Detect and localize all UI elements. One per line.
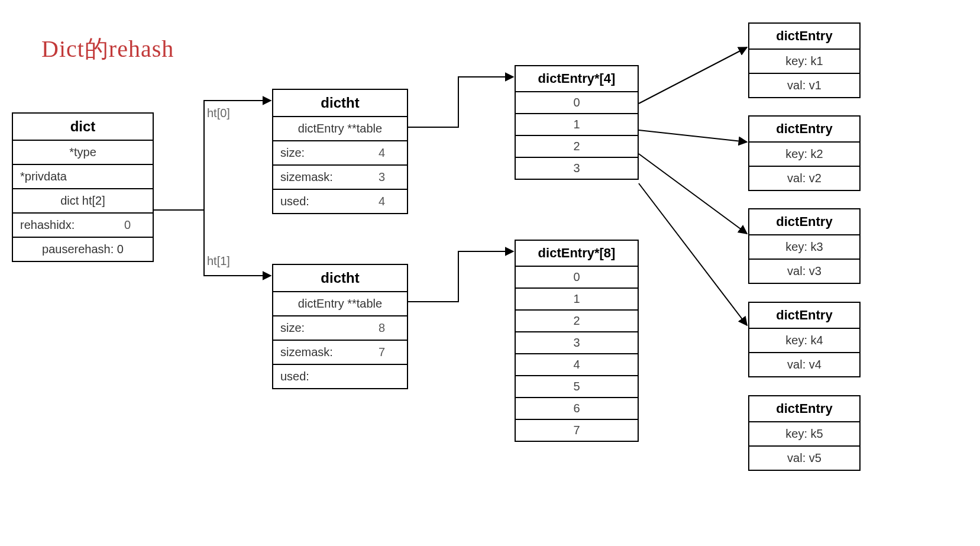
array4-slot-1: 1 xyxy=(516,114,638,136)
ht0-label: ht[0] xyxy=(207,106,230,120)
entry-4: dictEntry key: k4 val: v4 xyxy=(748,302,861,377)
entry-4-val: val: v4 xyxy=(749,353,859,376)
dictht1-size: size: 8 xyxy=(273,316,407,341)
dictht1-sizemask-val: 7 xyxy=(379,345,400,359)
dict-pauserehash: pauserehash: 0 xyxy=(13,238,153,261)
entry-4-header: dictEntry xyxy=(749,303,859,329)
dictht0-box: dictht dictEntry **table size: 4 sizemas… xyxy=(272,89,408,214)
array8-slot-4: 4 xyxy=(516,354,638,376)
entry-1-key: key: k1 xyxy=(749,50,859,74)
dict-header: dict xyxy=(13,114,153,141)
dictht0-size: size: 4 xyxy=(273,141,407,166)
dict-box: dict *type *privdata dict ht[2] rehashid… xyxy=(12,112,154,262)
entry-1-val: val: v1 xyxy=(749,74,859,97)
array8-slot-1: 1 xyxy=(516,289,638,311)
entry-4-key: key: k4 xyxy=(749,329,859,353)
diagram-title: Dict的rehash xyxy=(41,33,174,65)
array8-header: dictEntry*[8] xyxy=(516,241,638,267)
ht1-label: ht[1] xyxy=(207,254,230,268)
dict-rehashidx-label: rehashidx: xyxy=(20,218,75,232)
entry-3-val: val: v3 xyxy=(749,260,859,283)
dictht0-header: dictht xyxy=(273,90,407,117)
dictht0-size-val: 4 xyxy=(379,146,400,160)
entry-3-key: key: k3 xyxy=(749,235,859,260)
dictht1-used-label: used: xyxy=(280,370,309,383)
dictht0-used-label: used: xyxy=(280,195,309,208)
entry-5: dictEntry key: k5 val: v5 xyxy=(748,395,861,471)
entry-5-key: key: k5 xyxy=(749,422,859,447)
dictht0-used: used: 4 xyxy=(273,190,407,213)
entry-2: dictEntry key: k2 val: v2 xyxy=(748,115,861,191)
dictht0-size-label: size: xyxy=(280,146,305,160)
array4-slot-2: 2 xyxy=(516,136,638,158)
entry-5-val: val: v5 xyxy=(749,447,859,470)
entry-1-header: dictEntry xyxy=(749,24,859,50)
dictht1-used: used: xyxy=(273,365,407,388)
array4-slot-3: 3 xyxy=(516,158,638,179)
entry-2-key: key: k2 xyxy=(749,143,859,167)
array8-slot-6: 6 xyxy=(516,398,638,420)
dictht1-header: dictht xyxy=(273,265,407,292)
dictht1-size-val: 8 xyxy=(379,321,400,335)
array8-box: dictEntry*[8] 0 1 2 3 4 5 6 7 xyxy=(515,240,639,442)
dictht1-sizemask: sizemask: 7 xyxy=(273,341,407,365)
dict-privdata: *privdata xyxy=(13,165,153,189)
dictht1-box: dictht dictEntry **table size: 8 sizemas… xyxy=(272,264,408,389)
dictht1-size-label: size: xyxy=(280,321,305,335)
dictht1-used-val xyxy=(385,370,400,383)
entry-1: dictEntry key: k1 val: v1 xyxy=(748,22,861,98)
array4-box: dictEntry*[4] 0 1 2 3 xyxy=(515,65,639,180)
entry-2-header: dictEntry xyxy=(749,117,859,143)
dictht0-sizemask-label: sizemask: xyxy=(280,170,333,184)
dictht1-sizemask-label: sizemask: xyxy=(280,345,333,359)
array8-slot-2: 2 xyxy=(516,311,638,332)
entry-3-header: dictEntry xyxy=(749,209,859,235)
dictht0-used-val: 4 xyxy=(379,195,400,208)
dictht0-sizemask: sizemask: 3 xyxy=(273,166,407,190)
entry-5-header: dictEntry xyxy=(749,396,859,422)
array8-slot-7: 7 xyxy=(516,420,638,441)
dict-rehashidx: rehashidx: 0 xyxy=(13,214,153,238)
dict-ht: dict ht[2] xyxy=(13,189,153,214)
array4-slot-0: 0 xyxy=(516,92,638,114)
entry-2-val: val: v2 xyxy=(749,167,859,190)
dict-rehashidx-val: 0 xyxy=(124,218,145,232)
array8-slot-3: 3 xyxy=(516,332,638,354)
dictht1-table: dictEntry **table xyxy=(273,292,407,316)
dictht0-table: dictEntry **table xyxy=(273,117,407,141)
array8-slot-0: 0 xyxy=(516,267,638,289)
array4-header: dictEntry*[4] xyxy=(516,66,638,92)
entry-3: dictEntry key: k3 val: v3 xyxy=(748,208,861,284)
array8-slot-5: 5 xyxy=(516,376,638,398)
dict-type: *type xyxy=(13,141,153,165)
dictht0-sizemask-val: 3 xyxy=(379,170,400,184)
